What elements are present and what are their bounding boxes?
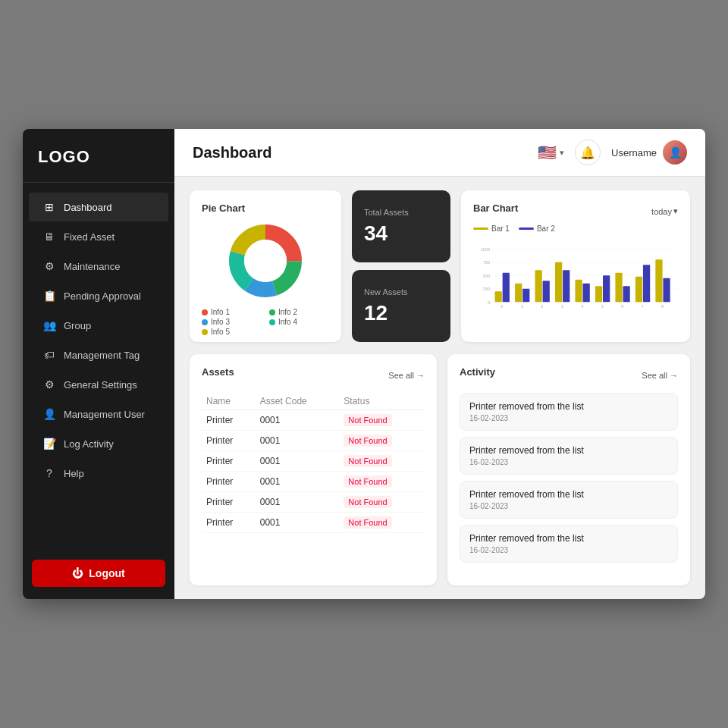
sidebar-item-dashboard[interactable]: ⊞ Dashboard <box>29 193 168 221</box>
cell-code: 0001 <box>256 431 340 451</box>
activity-item-date: 16-02-2023 <box>469 458 668 466</box>
pie-legend: Info 1 Info 2 Info 3 Info 4 Info 5 <box>202 308 329 336</box>
legend-dot <box>202 319 208 325</box>
svg-rect-18 <box>503 273 510 302</box>
activity-item: Printer removed from the list 16-02-2023 <box>460 437 678 475</box>
group-icon: 👥 <box>42 318 56 332</box>
svg-rect-41 <box>655 259 662 302</box>
cell-name: Printer <box>202 431 256 451</box>
new-assets-label: New Assets <box>364 287 438 297</box>
sidebar-item-maintenance[interactable]: ⚙ Maintenance <box>29 252 168 281</box>
cell-name: Printer <box>202 410 256 431</box>
top-row: Pie Chart <box>190 190 690 342</box>
bar-chart-header: Bar Chart today ▾ <box>473 202 678 220</box>
help-icon: ? <box>42 466 56 480</box>
svg-text:8: 8 <box>661 304 664 309</box>
sidebar-label-dashboard: Dashboard <box>64 202 112 213</box>
bar-chart-legend: Bar 1 Bar 2 <box>473 224 678 233</box>
pie-chart-card: Pie Chart <box>190 190 341 342</box>
logout-button[interactable]: ⏻ Logout <box>32 560 165 587</box>
svg-rect-21 <box>522 289 529 302</box>
svg-text:5: 5 <box>601 304 604 309</box>
svg-text:6: 6 <box>621 304 623 309</box>
bar2-legend: Bar 2 <box>519 224 555 233</box>
pie-chart-title: Pie Chart <box>202 202 329 214</box>
legend-label: Info 2 <box>278 308 297 316</box>
general-settings-icon: ⚙ <box>42 378 56 391</box>
legend-label: Info 3 <box>211 318 230 326</box>
svg-text:0: 0 <box>500 304 503 309</box>
activity-item-title: Printer removed from the list <box>469 401 668 412</box>
activity-item-title: Printer removed from the list <box>469 445 668 456</box>
sidebar-label-management-tag: Management Tag <box>64 350 140 361</box>
pie-chart-container: Info 1 Info 2 Info 3 Info 4 Info 5 <box>202 220 329 336</box>
notification-bell-button[interactable]: 🔔 <box>575 140 601 165</box>
username-label: Username <box>611 147 657 158</box>
svg-rect-36 <box>623 286 629 302</box>
sidebar-nav: ⊞ Dashboard🖥 Fixed Asset⚙ Maintenance📋 P… <box>23 183 174 548</box>
sidebar-label-log-activity: Log Activity <box>64 438 114 450</box>
svg-text:1000: 1000 <box>481 247 490 252</box>
svg-rect-26 <box>555 262 562 302</box>
sidebar-item-fixed-asset[interactable]: 🖥 Fixed Asset <box>29 222 168 251</box>
activity-see-all-label: See all <box>642 371 667 380</box>
svg-rect-29 <box>575 280 582 302</box>
management-tag-icon: 🏷 <box>42 348 56 362</box>
pie-chart-svg <box>228 223 303 302</box>
pie-legend-item: Info 3 <box>202 318 262 326</box>
sidebar: LOGO ⊞ Dashboard🖥 Fixed Asset⚙ Maintenan… <box>23 129 174 599</box>
assets-see-all-button[interactable]: See all → <box>388 371 425 380</box>
activity-see-all-button[interactable]: See all → <box>642 371 678 380</box>
svg-text:2: 2 <box>541 304 543 309</box>
language-selector[interactable]: 🇺🇸 ▾ <box>538 143 564 162</box>
cell-name: Printer <box>202 492 256 513</box>
maintenance-icon: ⚙ <box>42 259 56 273</box>
sidebar-item-management-tag[interactable]: 🏷 Management Tag <box>29 340 168 369</box>
svg-text:0: 0 <box>488 300 490 305</box>
activity-card-title: Activity <box>460 366 495 378</box>
logout-icon: ⏻ <box>72 567 83 579</box>
pie-legend-item: Info 4 <box>269 318 329 326</box>
svg-rect-39 <box>643 265 650 302</box>
svg-rect-27 <box>563 270 570 302</box>
legend-label: Info 4 <box>278 318 297 326</box>
sidebar-label-maintenance: Maintenance <box>64 261 120 272</box>
table-row: Printer 0001 Not Found <box>202 472 425 492</box>
legend-dot <box>202 329 208 335</box>
bar-today-button[interactable]: today ▾ <box>651 206 678 216</box>
user-info[interactable]: Username 👤 <box>611 140 687 165</box>
fixed-asset-icon: 🖥 <box>42 230 56 243</box>
pending-approval-icon: 📋 <box>42 289 56 303</box>
cell-name: Printer <box>202 451 256 472</box>
pie-legend-item: Info 1 <box>202 308 262 316</box>
legend-dot <box>202 309 208 315</box>
sidebar-item-help[interactable]: ? Help <box>29 459 168 488</box>
svg-text:750: 750 <box>483 260 490 265</box>
sidebar-item-group[interactable]: 👥 Group <box>29 311 168 340</box>
sidebar-item-pending-approval[interactable]: 📋 Pending Approval <box>29 281 168 310</box>
logout-label: Logout <box>89 567 124 579</box>
total-assets-label: Total Assets <box>364 208 438 217</box>
activity-item: Printer removed from the list 16-02-2023 <box>460 393 678 431</box>
assets-card-header: Assets See all → <box>202 366 425 384</box>
activity-card: Activity See all → Printer removed from … <box>447 354 690 585</box>
app-wrapper: LOGO ⊞ Dashboard🖥 Fixed Asset⚙ Maintenan… <box>23 129 705 599</box>
sidebar-item-log-activity[interactable]: 📝 Log Activity <box>29 429 168 458</box>
new-assets-card: New Assets 12 <box>352 270 450 342</box>
total-assets-value: 34 <box>364 221 438 246</box>
svg-text:1: 1 <box>521 304 523 309</box>
arrow-right-icon: → <box>416 371 425 380</box>
sidebar-item-management-user[interactable]: 👤 Management User <box>29 400 168 428</box>
cell-status: Not Found <box>339 410 425 431</box>
activity-item-date: 16-02-2023 <box>469 546 668 554</box>
svg-rect-35 <box>615 273 622 302</box>
activity-item-title: Printer removed from the list <box>469 489 668 500</box>
table-row: Printer 0001 Not Found <box>202 451 425 472</box>
see-all-label: See all <box>388 371 414 380</box>
table-row: Printer 0001 Not Found <box>202 492 425 513</box>
cell-status: Not Found <box>339 513 425 533</box>
sidebar-item-general-settings[interactable]: ⚙ General Settings <box>29 370 168 399</box>
activity-card-header: Activity See all → <box>460 366 678 384</box>
bar2-color-dot <box>519 228 534 230</box>
sidebar-label-group: Group <box>64 320 91 331</box>
